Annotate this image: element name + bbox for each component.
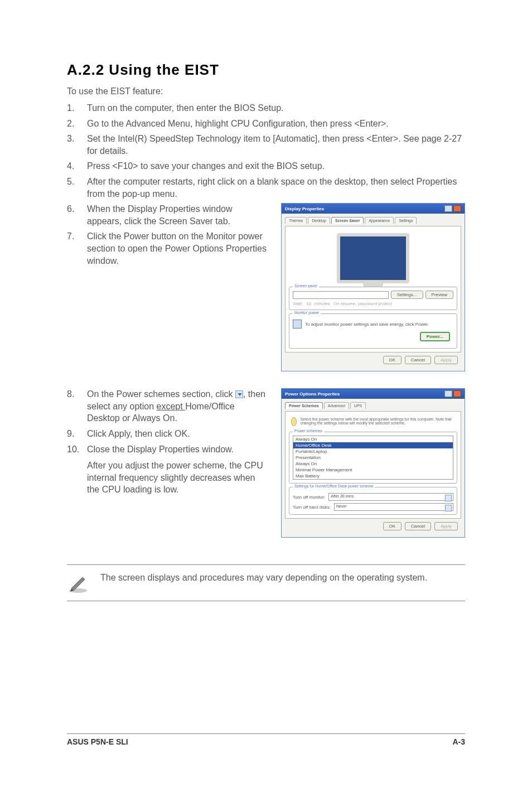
scheme-option[interactable]: Max Battery: [293, 473, 453, 479]
tab-power-schemes[interactable]: Power Schemes: [285, 402, 323, 409]
turn-off-monitor-select[interactable]: After 20 mins: [328, 493, 453, 501]
scheme-option[interactable]: Presentation: [293, 455, 453, 461]
scheme-option[interactable]: Always On: [293, 436, 453, 442]
section-heading: A.2.2 Using the EIST: [67, 61, 465, 79]
step-item: 9.Click Apply, then click OK.: [67, 428, 268, 440]
tab-themes[interactable]: Themes: [285, 217, 307, 224]
apply-button[interactable]: Apply: [434, 522, 458, 530]
intro-text: To use the EIST feature:: [67, 86, 465, 96]
step-item: 2.Go to the Advanced Menu, highlight CPU…: [67, 118, 465, 130]
step-item: 3.Set the Intel(R) SpeedStep Technology …: [67, 133, 465, 157]
step-item: 7.Click the Power button on the Monitor …: [67, 230, 268, 267]
ok-button[interactable]: OK: [383, 522, 402, 530]
ok-button[interactable]: OK: [383, 356, 402, 364]
power-button[interactable]: Power...: [420, 332, 450, 341]
turn-off-monitor-label: Turn off monitor:: [293, 495, 325, 500]
dialog-tabs: Power SchemesAdvancedUPS: [285, 402, 461, 409]
scheme-option[interactable]: Portable/Laptop: [293, 448, 453, 455]
apply-button[interactable]: Apply: [434, 356, 458, 364]
monitor-preview: [337, 233, 409, 283]
scheme-option[interactable]: Home/Office Desk: [293, 442, 453, 448]
help-icon[interactable]: [444, 390, 452, 397]
step-item: 6.When the Display Properties window app…: [67, 203, 268, 227]
dialog-title: Display Properties: [285, 206, 324, 211]
steps-bottom: 8.On the Power schemes section, click , …: [67, 388, 268, 455]
tab-advanced[interactable]: Advanced: [324, 402, 349, 409]
turn-off-hd-label: Turn off hard disks:: [293, 505, 331, 510]
settings-group-label: Settings for Home/Office Desk power sche…: [293, 484, 375, 488]
wait-value: 10: [306, 301, 311, 306]
settings-button[interactable]: Settings...: [391, 291, 423, 299]
step-item: 10.Close the Display Properties window.: [67, 443, 268, 456]
steps-mid: 6.When the Display Properties window app…: [67, 203, 268, 267]
step-item: 1.Turn on the computer, then enter the B…: [67, 102, 465, 114]
power-options-dialog: Power Options Properties Power SchemesAd…: [281, 388, 465, 538]
after-adjust-note: After you adjust the power scheme, the C…: [87, 460, 268, 496]
screensaver-select[interactable]: [293, 291, 389, 299]
tab-screen-saver[interactable]: Screen Saver: [331, 217, 364, 224]
power-tip-text: Select the power scheme with the most ap…: [300, 417, 455, 425]
preview-button[interactable]: Preview: [425, 291, 453, 299]
step-item: 5.After the computer restarts, right cli…: [67, 176, 465, 200]
power-scheme-select[interactable]: Always OnHome/Office DeskPortable/Laptop…: [293, 436, 453, 480]
wait-minutes: minutes: [315, 301, 330, 306]
resume-checkbox[interactable]: On resume, password protect: [333, 301, 392, 306]
close-icon[interactable]: [453, 390, 461, 397]
tab-ups[interactable]: UPS: [350, 402, 366, 409]
dialog-tabs: ThemesDesktopScreen SaverAppearanceSetti…: [285, 217, 461, 224]
scheme-option[interactable]: Minimal Power Management: [293, 467, 453, 473]
note-text: The screen displays and procedures may v…: [100, 572, 427, 584]
power-schemes-group-label: Power schemes: [293, 429, 324, 433]
display-properties-dialog: Display Properties ThemesDesktopScreen S…: [281, 203, 465, 371]
step-item: 4.Press <F10> to save your changes and e…: [67, 160, 465, 172]
scheme-option[interactable]: Always On: [293, 461, 453, 467]
cancel-button[interactable]: Cancel: [405, 356, 431, 364]
dialog-title: Power Options Properties: [285, 392, 340, 397]
help-icon[interactable]: [444, 205, 452, 212]
tab-settings[interactable]: Settings: [395, 217, 417, 224]
step-item: 8.On the Power schemes section, click , …: [67, 388, 268, 424]
bulb-icon: [291, 417, 297, 426]
cancel-button[interactable]: Cancel: [405, 522, 431, 530]
dropdown-icon: [235, 390, 243, 398]
wait-label: Wait:: [293, 301, 303, 306]
turn-off-hd-select[interactable]: Never: [334, 503, 453, 511]
monitor-icon: [293, 320, 302, 328]
page-number: A-3: [452, 737, 465, 746]
footer-product: ASUS P5N-E SLI: [67, 737, 128, 746]
tab-desktop[interactable]: Desktop: [308, 217, 330, 224]
steps-top: 1.Turn on the computer, then enter the B…: [67, 102, 465, 200]
screensaver-group-label: Screen saver: [293, 284, 319, 288]
monitor-power-text: To adjust monitor power settings and sav…: [305, 322, 429, 327]
pencil-icon: [67, 572, 89, 594]
monitor-power-group-label: Monitor power: [293, 311, 321, 315]
tab-appearance[interactable]: Appearance: [365, 217, 394, 224]
close-icon[interactable]: [453, 205, 461, 212]
